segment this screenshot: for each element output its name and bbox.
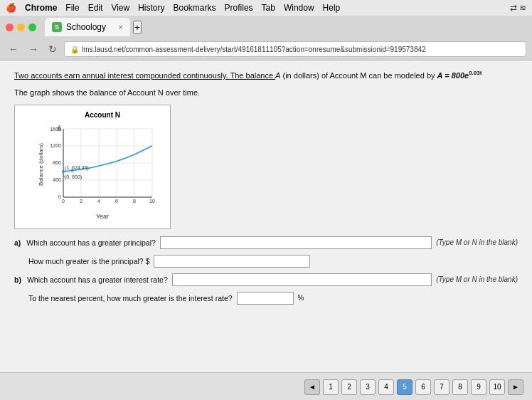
svg-text:800: 800 bbox=[53, 160, 61, 165]
menu-profiles[interactable]: Profiles bbox=[225, 3, 253, 13]
graph-subtitle: The graph shows the balance of Account N… bbox=[14, 87, 518, 99]
page-btn-5[interactable]: 5 bbox=[397, 379, 413, 395]
address-bar[interactable]: 🔒 lms.lausd.net/common-assessment-delive… bbox=[64, 41, 526, 57]
svg-text:8: 8 bbox=[133, 199, 136, 204]
page-btn-2[interactable]: 2 bbox=[341, 379, 357, 395]
chart-title: Account N bbox=[41, 111, 164, 119]
question-a-hint: (Type M or N in the blank) bbox=[436, 238, 518, 246]
bottom-nav: ◄ 1 2 3 4 5 6 7 8 9 10 ► bbox=[0, 372, 532, 400]
fullscreen-window-button[interactable] bbox=[28, 23, 36, 31]
next-page-button[interactable]: ► bbox=[508, 379, 523, 395]
page-btn-6[interactable]: 6 bbox=[415, 379, 431, 395]
minimize-window-button[interactable] bbox=[17, 23, 25, 31]
browser-tab-schoology[interactable]: S Schoology × bbox=[45, 18, 130, 36]
questions-section: a) Which account has a greater principal… bbox=[14, 236, 518, 310]
chart-svg: 0 400 800 1200 1600 A 0 2 4 6 8 10 A bbox=[41, 122, 164, 207]
question-b2-row: To the nearest percent, how much greater… bbox=[14, 292, 518, 305]
browser-chrome: S Schoology × + ← → ↻ 🔒 lms.lausd.net/co… bbox=[0, 16, 532, 60]
menu-history[interactable]: History bbox=[138, 3, 164, 13]
question-b-row: b) Which account has a greater interest … bbox=[14, 273, 518, 286]
svg-text:0: 0 bbox=[62, 199, 65, 204]
menu-tab[interactable]: Tab bbox=[262, 3, 275, 13]
menu-help[interactable]: Help bbox=[323, 3, 341, 13]
lock-icon: 🔒 bbox=[70, 46, 79, 53]
question-a-input[interactable] bbox=[160, 236, 432, 249]
browser-content: Two accounts earn annual interest compou… bbox=[0, 60, 532, 372]
menu-view[interactable]: View bbox=[111, 3, 129, 13]
svg-text:2: 2 bbox=[80, 199, 83, 204]
svg-text:6: 6 bbox=[115, 199, 118, 204]
back-button[interactable]: ← bbox=[6, 42, 21, 56]
menu-bar: 🍎 Chrome File Edit View History Bookmark… bbox=[0, 0, 532, 16]
forward-button[interactable]: → bbox=[26, 42, 41, 56]
question-b2-input[interactable] bbox=[237, 292, 294, 305]
y-axis-label: Balance (dollars) bbox=[38, 143, 44, 186]
percent-sign: % bbox=[298, 294, 304, 302]
schoology-favicon: S bbox=[52, 22, 62, 32]
address-bar-row: ← → ↻ 🔒 lms.lausd.net/common-assessment-… bbox=[0, 38, 532, 60]
svg-text:(1, 624.49): (1, 624.49) bbox=[65, 165, 89, 171]
question-a-label: a) bbox=[14, 238, 21, 247]
svg-text:10: 10 bbox=[149, 199, 155, 204]
question-b-input[interactable] bbox=[172, 273, 432, 286]
svg-text:(0, 600): (0, 600) bbox=[65, 174, 82, 180]
formula: A = 800e bbox=[437, 71, 469, 80]
page-btn-10[interactable]: 10 bbox=[489, 379, 505, 395]
close-window-button[interactable] bbox=[6, 23, 14, 31]
exponent: 0.03t bbox=[469, 70, 482, 76]
page-btn-4[interactable]: 4 bbox=[378, 379, 394, 395]
question-a-text: Which account has a greater principal? bbox=[26, 238, 156, 247]
svg-text:1200: 1200 bbox=[50, 143, 61, 148]
menu-file[interactable]: File bbox=[65, 3, 79, 13]
intro-text-2: (in dollars) of Account M can be modeled… bbox=[280, 71, 437, 80]
page-btn-8[interactable]: 8 bbox=[452, 379, 468, 395]
tab-label: Schoology bbox=[66, 22, 106, 32]
menu-bookmarks[interactable]: Bookmarks bbox=[174, 3, 216, 13]
question-a2-input[interactable] bbox=[154, 255, 310, 268]
question-a-row: a) Which account has a greater principal… bbox=[14, 236, 518, 249]
prev-page-button[interactable]: ◄ bbox=[304, 379, 320, 395]
question-a2-row: How much greater is the principal? $ bbox=[14, 255, 518, 268]
x-axis-label: Year bbox=[96, 213, 109, 220]
refresh-button[interactable]: ↻ bbox=[46, 42, 60, 56]
traffic-lights bbox=[6, 23, 36, 31]
tab-bar: S Schoology × + bbox=[0, 16, 532, 38]
chart-point-0 bbox=[62, 170, 65, 173]
page-btn-7[interactable]: 7 bbox=[434, 379, 449, 395]
page-btn-3[interactable]: 3 bbox=[360, 379, 376, 395]
page-btn-9[interactable]: 9 bbox=[471, 379, 486, 395]
intro-text-1: Two accounts earn annual interest compou… bbox=[14, 71, 275, 80]
question-a2-text: How much greater is the principal? $ bbox=[28, 257, 149, 265]
question-b2-text: To the nearest percent, how much greater… bbox=[28, 294, 233, 302]
graph-container: Account N Balance (dollars) bbox=[14, 105, 518, 229]
address-text: lms.lausd.net/common-assessment-delivery… bbox=[82, 46, 426, 53]
svg-text:4: 4 bbox=[97, 199, 100, 204]
chart-area: Balance (dollars) bbox=[41, 122, 164, 207]
menu-chrome[interactable]: Chrome bbox=[25, 3, 57, 13]
question-b-text: Which account has a greater interest rat… bbox=[27, 275, 168, 284]
svg-text:400: 400 bbox=[53, 177, 61, 182]
page-btn-1[interactable]: 1 bbox=[323, 379, 339, 395]
menu-window[interactable]: Window bbox=[284, 3, 314, 13]
question-b-label: b) bbox=[14, 275, 21, 284]
intro-text: Two accounts earn annual interest compou… bbox=[14, 69, 518, 81]
question-b-hint: (Type M or N in the blank) bbox=[436, 275, 518, 283]
svg-text:A: A bbox=[57, 125, 61, 130]
tab-close-button[interactable]: × bbox=[119, 23, 123, 31]
apple-menu[interactable]: 🍎 bbox=[6, 3, 16, 13]
wifi-icon: ⇄ ≋ bbox=[510, 3, 526, 13]
svg-text:0: 0 bbox=[58, 194, 61, 199]
chart-wrapper: Account N Balance (dollars) bbox=[14, 105, 171, 229]
menu-edit[interactable]: Edit bbox=[88, 3, 103, 13]
new-tab-button[interactable]: + bbox=[133, 21, 142, 34]
